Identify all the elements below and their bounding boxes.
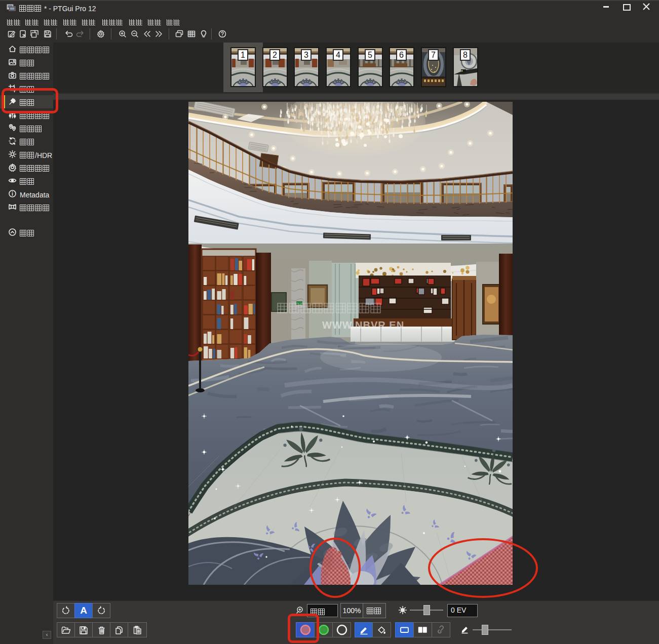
svg-text:WWW.NBVR.EN: WWW.NBVR.EN (322, 319, 404, 331)
